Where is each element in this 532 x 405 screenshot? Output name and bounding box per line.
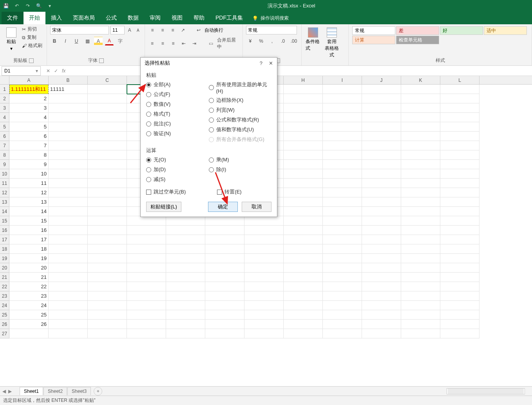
- cell[interactable]: [440, 197, 480, 207]
- cell[interactable]: [244, 254, 284, 263]
- cell[interactable]: [362, 179, 401, 188]
- cell[interactable]: 12: [9, 188, 49, 197]
- align-center-icon[interactable]: ≡: [159, 39, 167, 48]
- cell[interactable]: [323, 273, 362, 282]
- row-header[interactable]: 11: [0, 179, 9, 188]
- cell[interactable]: [362, 188, 401, 197]
- cell[interactable]: [127, 263, 166, 273]
- radio-paste-formats[interactable]: 格式(T): [146, 110, 209, 118]
- cell[interactable]: [440, 160, 480, 169]
- cell[interactable]: 21: [9, 273, 49, 282]
- select-all-triangle[interactable]: [0, 76, 9, 84]
- cancel-formula-icon[interactable]: ✕: [46, 68, 50, 74]
- cell[interactable]: [88, 235, 127, 244]
- cell[interactable]: [323, 179, 362, 188]
- row-header[interactable]: 14: [0, 207, 9, 216]
- row-header[interactable]: 20: [0, 263, 9, 273]
- row-header[interactable]: 7: [0, 141, 9, 150]
- col-header[interactable]: J: [362, 76, 401, 84]
- font-size-select[interactable]: [110, 26, 125, 34]
- cell[interactable]: [323, 282, 362, 291]
- cell[interactable]: [284, 282, 323, 291]
- cell[interactable]: [401, 160, 440, 169]
- cell[interactable]: [284, 235, 323, 244]
- print-preview-icon[interactable]: 🔍: [35, 2, 42, 9]
- cell[interactable]: [323, 132, 362, 141]
- cell[interactable]: [88, 141, 127, 150]
- cell[interactable]: [284, 254, 323, 263]
- decrease-indent-icon[interactable]: ⇤: [180, 39, 188, 48]
- cell[interactable]: [49, 179, 88, 188]
- cell[interactable]: [127, 291, 166, 301]
- cell[interactable]: [362, 197, 401, 207]
- cell[interactable]: [49, 169, 88, 179]
- row-header[interactable]: 3: [0, 103, 9, 113]
- cell[interactable]: 10: [9, 169, 49, 179]
- cell[interactable]: [166, 235, 205, 244]
- cell[interactable]: [166, 226, 205, 235]
- cell[interactable]: [362, 291, 401, 301]
- cell[interactable]: [362, 244, 401, 254]
- tab-insert[interactable]: 插入: [45, 12, 67, 24]
- cell[interactable]: [127, 320, 166, 329]
- cell[interactable]: [440, 132, 480, 141]
- cell[interactable]: [127, 273, 166, 282]
- cell[interactable]: [284, 132, 323, 141]
- underline-button[interactable]: U: [72, 37, 81, 45]
- cell[interactable]: [244, 263, 284, 273]
- cell[interactable]: [284, 244, 323, 254]
- cell[interactable]: [362, 141, 401, 150]
- cell[interactable]: [362, 273, 401, 282]
- cell[interactable]: [205, 263, 244, 273]
- cell[interactable]: [401, 169, 440, 179]
- cell[interactable]: [323, 160, 362, 169]
- cell[interactable]: [362, 226, 401, 235]
- row-header[interactable]: 19: [0, 254, 9, 263]
- cell[interactable]: [49, 113, 88, 122]
- style-check[interactable]: 检查单元格: [396, 36, 439, 44]
- cell[interactable]: [401, 103, 440, 113]
- cell[interactable]: [284, 216, 323, 226]
- cell[interactable]: [362, 132, 401, 141]
- cell[interactable]: [440, 310, 480, 320]
- cell[interactable]: [88, 310, 127, 320]
- cell[interactable]: [401, 244, 440, 254]
- cell[interactable]: [284, 226, 323, 235]
- cell[interactable]: [49, 150, 88, 160]
- cell[interactable]: [49, 273, 88, 282]
- cell[interactable]: 4: [9, 113, 49, 122]
- paste-link-button[interactable]: 粘贴链接(L): [146, 202, 181, 212]
- cell[interactable]: [49, 235, 88, 244]
- cell[interactable]: [401, 291, 440, 301]
- cell[interactable]: [440, 179, 480, 188]
- cell[interactable]: [323, 244, 362, 254]
- cell[interactable]: 1.1111111和11: [9, 85, 49, 94]
- cell[interactable]: [166, 216, 205, 226]
- cell[interactable]: [401, 197, 440, 207]
- clipboard-launcher[interactable]: [29, 58, 34, 63]
- cell[interactable]: 9: [9, 160, 49, 169]
- cell[interactable]: [284, 197, 323, 207]
- cell[interactable]: [284, 207, 323, 216]
- align-middle-icon[interactable]: ≡: [158, 26, 167, 34]
- cell[interactable]: [244, 235, 284, 244]
- row-header[interactable]: 26: [0, 320, 9, 329]
- cell[interactable]: 5: [9, 122, 49, 132]
- tab-review[interactable]: 审阅: [144, 12, 166, 24]
- cell[interactable]: [362, 263, 401, 273]
- cell[interactable]: [401, 85, 440, 94]
- increase-indent-icon[interactable]: ⇥: [190, 39, 198, 48]
- col-header[interactable]: K: [401, 76, 440, 84]
- cell[interactable]: [323, 85, 362, 94]
- cell[interactable]: [49, 207, 88, 216]
- cell[interactable]: [244, 329, 284, 338]
- row-header[interactable]: 24: [0, 301, 9, 310]
- cell[interactable]: [362, 320, 401, 329]
- radio-paste-comments[interactable]: 批注(C): [146, 120, 209, 127]
- cell[interactable]: [49, 94, 88, 103]
- cell[interactable]: [49, 160, 88, 169]
- cell[interactable]: [244, 216, 284, 226]
- radio-paste-theme[interactable]: 所有使用源主题的单元(H): [209, 81, 271, 94]
- cell[interactable]: 22: [9, 282, 49, 291]
- cell[interactable]: [284, 94, 323, 103]
